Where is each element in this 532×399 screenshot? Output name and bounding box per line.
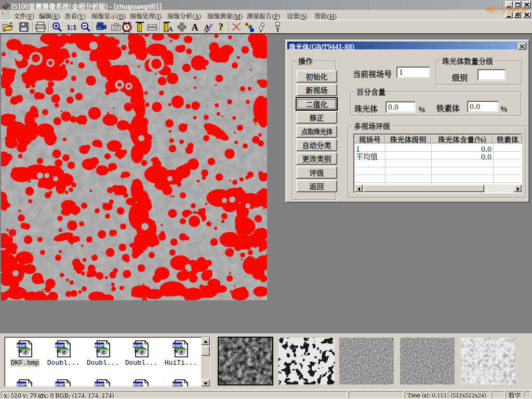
svg-text:a: a [249,23,252,29]
svg-text:?: ? [219,22,223,32]
svg-text:1:1: 1:1 [67,23,77,31]
svg-text:DOC: DOC [2,12,8,15]
svg-text:A: A [192,22,198,33]
svg-text:A: A [168,25,173,33]
